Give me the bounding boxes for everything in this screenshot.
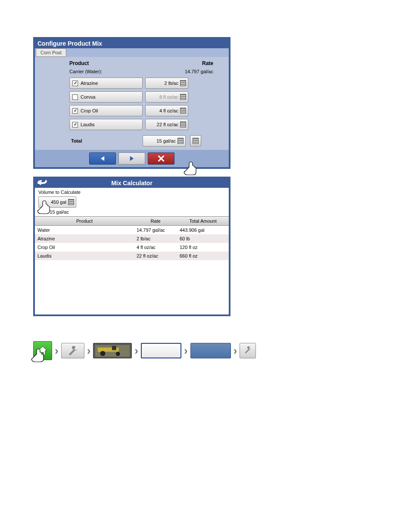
rate-input-cropoil[interactable]: 4 fl oz/ac xyxy=(145,105,188,116)
keypad-icon xyxy=(180,121,186,128)
home-icon xyxy=(37,345,49,357)
triangle-left-icon xyxy=(100,156,106,162)
chevron-right-icon: › xyxy=(86,344,92,358)
table-header: Product Rate Total Amount xyxy=(35,217,229,226)
mix-calculator-button[interactable] xyxy=(190,135,201,146)
product-toggle-cropoil[interactable]: Crop Oil xyxy=(69,105,143,116)
svg-point-10 xyxy=(116,352,120,356)
panel2-title: Mix Calculator xyxy=(35,178,229,188)
mix-label: Mix xyxy=(38,209,46,215)
breadcrumb-home[interactable] xyxy=(33,341,52,360)
header-product: Product xyxy=(69,60,147,66)
product-name: Corvus xyxy=(81,94,96,100)
table-row: Atrazine 2 lb/ac 60 lb xyxy=(35,234,229,243)
total-value-box[interactable]: 15 gal/ac xyxy=(143,135,186,146)
breadcrumb-step-next[interactable] xyxy=(190,343,231,358)
product-name: Crop Oil xyxy=(81,108,98,113)
rate-input-atrazine[interactable]: 2 lb/ac xyxy=(145,78,188,89)
wizard-footer xyxy=(35,150,229,167)
svg-point-4 xyxy=(184,171,185,172)
product-toggle-atrazine[interactable]: Atrazine xyxy=(69,78,143,89)
breadcrumb-settings[interactable] xyxy=(61,343,84,358)
checkbox-icon xyxy=(72,94,78,100)
product-toggle-laudis[interactable]: Laudis xyxy=(69,119,143,130)
configure-product-mix-panel: Configure Product Mix Corn Post Product … xyxy=(33,37,230,169)
table-row: Laudis 22 fl oz/ac 660 fl oz xyxy=(35,252,229,260)
svg-marker-0 xyxy=(101,156,104,161)
prev-button[interactable] xyxy=(89,152,116,165)
calculator-icon xyxy=(193,138,199,144)
svg-marker-1 xyxy=(130,156,134,161)
breadcrumb-vehicle[interactable] xyxy=(93,343,132,358)
chevron-right-icon: › xyxy=(54,344,59,358)
triangle-right-icon xyxy=(129,156,135,162)
product-row-atrazine: Atrazine 2 lb/ac xyxy=(69,78,225,89)
chevron-right-icon: › xyxy=(134,344,139,358)
checkbox-icon xyxy=(72,122,78,128)
checkbox-icon xyxy=(72,108,78,114)
rate-input-corvus[interactable]: 8 fl oz/ac xyxy=(145,91,188,103)
breadcrumb-config[interactable] xyxy=(240,343,256,358)
breadcrumb-step-current[interactable] xyxy=(141,343,181,358)
cancel-button[interactable] xyxy=(148,152,174,165)
carrier-label: Carrier (Water): xyxy=(69,69,147,74)
tractor-icon xyxy=(95,345,130,357)
header-rate: Rate xyxy=(147,60,225,66)
product-row-corvus: Corvus 8 fl oz/ac xyxy=(69,91,225,103)
checkbox-icon xyxy=(72,81,78,86)
mix-rate xyxy=(47,209,48,215)
wrench-icon xyxy=(67,346,79,355)
volume-label: Volume to Calculate xyxy=(38,190,225,195)
keypad-icon xyxy=(180,108,186,114)
product-name: Laudis xyxy=(81,122,94,127)
carrier-rate: 14.797 gal/ac xyxy=(147,69,225,74)
next-button[interactable] xyxy=(118,152,145,165)
wrench-icon xyxy=(243,346,252,355)
back-arrow-icon[interactable] xyxy=(37,179,48,187)
tab-corn-post[interactable]: Corn Post xyxy=(36,48,66,57)
product-name: Atrazine xyxy=(81,81,98,86)
svg-rect-11 xyxy=(112,346,116,350)
product-row-cropoil: Crop Oil 4 fl oz/ac xyxy=(69,105,225,116)
table-row: Crop Oil 4 fl oz/ac 120 fl oz xyxy=(35,243,229,252)
total-label: Total xyxy=(69,138,143,143)
svg-point-9 xyxy=(100,351,106,356)
close-icon xyxy=(158,155,165,162)
product-row-laudis: Laudis 22 fl oz/ac xyxy=(69,119,225,130)
mix-calculator-panel: Mix Calculator Volume to Calculate 450 g… xyxy=(33,177,230,316)
product-toggle-corvus[interactable]: Corvus xyxy=(69,91,143,103)
chevron-right-icon: › xyxy=(233,344,238,358)
chevron-right-icon: › xyxy=(183,344,189,358)
keypad-icon xyxy=(180,80,186,86)
table-body: Water 14.797 gal/ac 443.906 gal Atrazine… xyxy=(35,226,229,314)
table-row: Water 14.797 gal/ac 443.906 gal xyxy=(35,226,229,234)
keypad-icon xyxy=(180,94,186,100)
volume-input[interactable]: 450 gal xyxy=(38,196,76,208)
keypad-icon xyxy=(68,199,74,205)
svg-marker-6 xyxy=(38,346,47,355)
rate-input-laudis[interactable]: 22 fl oz/ac xyxy=(145,119,188,130)
breadcrumb: › › › › › xyxy=(33,341,378,360)
panel-title: Configure Product Mix xyxy=(35,39,229,48)
keypad-icon xyxy=(177,138,184,144)
